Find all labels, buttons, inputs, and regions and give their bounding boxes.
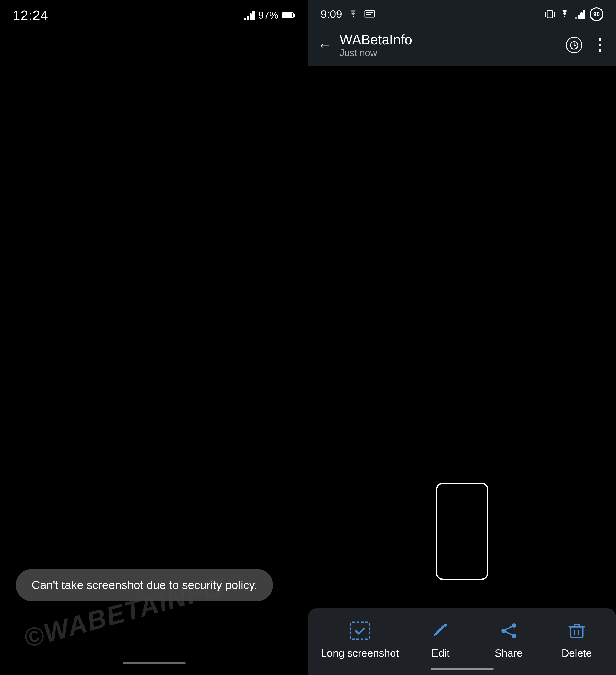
right-signal-icon	[575, 9, 586, 19]
contact-name[interactable]: WABetaInfo	[340, 31, 412, 48]
svg-rect-3	[547, 11, 552, 18]
right-nav-indicator	[431, 668, 494, 670]
contact-status: Just now	[340, 48, 412, 59]
wifi-filled-icon	[559, 10, 570, 19]
vibrate-icon	[545, 9, 555, 19]
right-status-left: 9:09	[321, 8, 375, 20]
battery-circle-icon: 90	[590, 7, 603, 21]
share-icon[interactable]	[497, 619, 521, 643]
edit-label: Edit	[432, 647, 450, 659]
battery-percent-text: 97%	[258, 10, 278, 21]
screenshot-action-bar: Long screenshot Edit	[308, 608, 616, 675]
long-screenshot-label: Long screenshot	[321, 647, 399, 659]
chat-content-area: Long screenshot Edit	[308, 66, 616, 675]
left-status-bar: 12:24 97%	[0, 0, 308, 27]
back-arrow-icon[interactable]: ←	[318, 38, 332, 53]
message-icon	[364, 10, 375, 19]
svg-point-11	[512, 623, 516, 627]
left-nav-indicator	[122, 662, 186, 664]
right-time: 9:09	[321, 8, 342, 20]
toast-message: Can't take screenshot due to security po…	[16, 569, 273, 601]
svg-rect-10	[350, 622, 369, 639]
battery-icon	[282, 12, 295, 18]
right-phone-panel: 9:09	[308, 0, 616, 675]
wa-header-right: ⋮	[566, 37, 607, 53]
timer-icon[interactable]	[566, 37, 582, 53]
long-screenshot-item[interactable]: Long screenshot	[321, 619, 399, 659]
left-status-icons: 97%	[244, 10, 295, 21]
left-time: 12:24	[13, 7, 48, 23]
edit-icon[interactable]	[429, 619, 452, 643]
delete-item[interactable]: Delete	[550, 619, 603, 659]
timer-svg	[569, 40, 579, 50]
contact-info: WABetaInfo Just now	[340, 31, 412, 59]
delete-icon[interactable]	[565, 619, 589, 643]
wa-header-left: ← WABetaInfo Just now	[318, 31, 412, 59]
whatsapp-header: ← WABetaInfo Just now ⋮	[308, 25, 616, 66]
signal-icon	[244, 10, 255, 20]
svg-rect-16	[571, 627, 583, 637]
right-status-icons: 90	[545, 7, 603, 21]
svg-rect-0	[365, 10, 374, 17]
right-status-bar: 9:09	[308, 0, 616, 25]
edit-item[interactable]: Edit	[414, 619, 467, 659]
long-screenshot-icon[interactable]	[348, 619, 372, 643]
left-phone-panel: 12:24 97% ©WABETAINFO Can't take screens…	[0, 0, 308, 675]
phone-preview-thumbnail	[436, 482, 489, 580]
svg-line-14	[504, 625, 514, 631]
share-label: Share	[495, 647, 523, 659]
svg-line-15	[504, 631, 514, 636]
share-item[interactable]: Share	[482, 619, 535, 659]
delete-label: Delete	[561, 647, 592, 659]
more-options-icon[interactable]: ⋮	[592, 37, 607, 53]
wifi-icon	[348, 10, 359, 19]
